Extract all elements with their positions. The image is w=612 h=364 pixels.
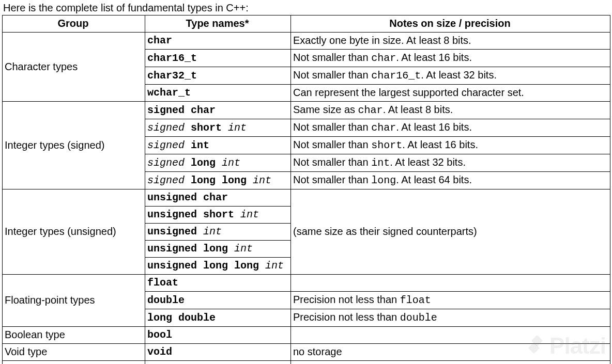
- type-name-cell: unsigned short int: [145, 207, 291, 224]
- type-name-cell: unsigned int: [145, 224, 291, 241]
- type-name-cell: signed long int: [145, 154, 291, 172]
- table-row: Boolean typebool: [3, 327, 610, 344]
- header-group: Group: [3, 15, 145, 33]
- table-row: Integer types (unsigned)unsigned char(sa…: [3, 189, 610, 207]
- notes-cell: Same size as char. At least 8 bits.: [291, 102, 610, 119]
- fundamental-types-table: Group Type names* Notes on size / precis…: [2, 15, 610, 364]
- type-name-cell: signed short int: [145, 119, 291, 137]
- type-name-cell: unsigned long long int: [145, 258, 291, 275]
- notes-cell: Not smaller than char16_t. At least 32 b…: [291, 67, 610, 85]
- table-row: Integer types (signed)signed charSame si…: [3, 102, 610, 119]
- group-cell: Character types: [3, 33, 145, 102]
- table-row: Void typevoidno storage: [3, 344, 610, 361]
- notes-cell: Can represent the largest supported char…: [291, 85, 610, 102]
- group-cell: Void type: [3, 344, 145, 361]
- type-name-cell: double: [145, 292, 291, 309]
- notes-cell: (same size as their signed counterparts): [291, 189, 610, 275]
- header-type: Type names*: [145, 15, 291, 33]
- type-name-cell: signed int: [145, 137, 291, 154]
- type-name-cell: unsigned char: [145, 189, 291, 207]
- intro-text: Here is the complete list of fundamental…: [3, 2, 610, 14]
- notes-cell: Not smaller than char. At least 16 bits.: [291, 50, 610, 67]
- type-name-cell: decltype(nullptr): [145, 361, 291, 365]
- type-name-cell: wchar_t: [145, 85, 291, 102]
- notes-cell: Precision not less than double: [291, 309, 610, 327]
- type-name-cell: float: [145, 275, 291, 292]
- notes-cell: Not smaller than int. At least 32 bits.: [291, 154, 610, 172]
- notes-cell: Not smaller than char. At least 16 bits.: [291, 119, 610, 137]
- table-row: Null pointerdecltype(nullptr): [3, 361, 610, 365]
- notes-cell: Not smaller than long. At least 64 bits.: [291, 172, 610, 189]
- notes-cell: no storage: [291, 344, 610, 361]
- type-name-cell: char32_t: [145, 67, 291, 85]
- group-cell: Boolean type: [3, 327, 145, 344]
- type-name-cell: signed char: [145, 102, 291, 119]
- type-name-cell: void: [145, 344, 291, 361]
- table-header-row: Group Type names* Notes on size / precis…: [3, 15, 610, 33]
- notes-cell: [291, 361, 610, 365]
- group-cell: Integer types (signed): [3, 102, 145, 189]
- type-name-cell: char: [145, 33, 291, 50]
- type-name-cell: bool: [145, 327, 291, 344]
- notes-cell: Precision not less than float: [291, 292, 610, 309]
- group-cell: Integer types (unsigned): [3, 189, 145, 275]
- notes-cell: Exactly one byte in size. At least 8 bit…: [291, 33, 610, 50]
- notes-cell: [291, 327, 610, 344]
- group-cell: Floating-point types: [3, 275, 145, 327]
- table-row: Floating-point typesfloat: [3, 275, 610, 292]
- type-name-cell: char16_t: [145, 50, 291, 67]
- notes-cell: [291, 275, 610, 292]
- header-notes: Notes on size / precision: [291, 15, 610, 33]
- type-name-cell: long double: [145, 309, 291, 327]
- table-row: Character typescharExactly one byte in s…: [3, 33, 610, 50]
- type-name-cell: unsigned long int: [145, 241, 291, 258]
- notes-cell: Not smaller than short. At least 16 bits…: [291, 137, 610, 154]
- group-cell: Null pointer: [3, 361, 145, 365]
- type-name-cell: signed long long int: [145, 172, 291, 189]
